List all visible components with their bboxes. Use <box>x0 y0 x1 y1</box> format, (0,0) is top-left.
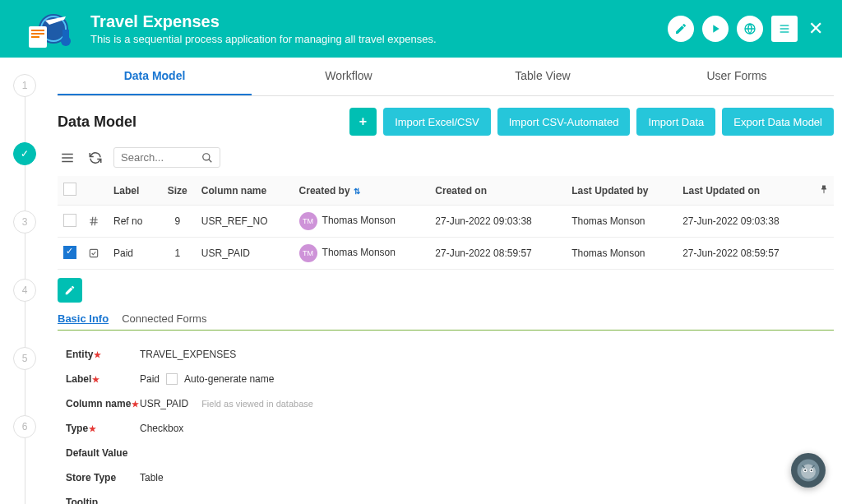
svg-rect-11 <box>62 153 73 155</box>
entity-value: TRAVEL_EXPENSES <box>140 349 236 360</box>
label-label: Label <box>66 373 91 385</box>
app-title: Travel Expenses <box>90 12 437 31</box>
svg-point-20 <box>804 469 806 471</box>
sub-tab-basic-info[interactable]: Basic Info <box>58 307 109 330</box>
sort-icon: ⇅ <box>354 187 360 196</box>
tab-workflow[interactable]: Workflow <box>252 58 446 95</box>
section-title: Data Model <box>58 113 136 131</box>
app-header: Travel Expenses This is a sequential pro… <box>0 0 842 58</box>
row-column-name: USR_REF_NO <box>197 206 294 238</box>
step-4[interactable]: 4 <box>13 279 36 302</box>
step-3[interactable]: 3 <box>13 210 36 234</box>
svg-rect-9 <box>780 28 789 29</box>
import-csv-auto-button[interactable]: Import CSV-Automated <box>497 108 631 136</box>
search-icon <box>201 152 213 164</box>
tab-data-model[interactable]: Data Model <box>58 58 252 95</box>
row-created-by: Thomas Monson <box>322 247 396 258</box>
avatar: TM <box>299 212 317 230</box>
menu-button[interactable] <box>771 16 798 42</box>
store-label: Store Type <box>66 472 140 483</box>
svg-rect-15 <box>90 249 97 257</box>
col-size[interactable]: Size <box>159 176 197 206</box>
main-tabs: Data Model Workflow Table View User Form… <box>58 58 834 96</box>
step-5[interactable]: 5 <box>13 347 36 370</box>
store-value: Table <box>140 472 164 483</box>
add-button[interactable]: + <box>349 108 377 136</box>
col-label[interactable]: Label <box>109 176 159 206</box>
label-value: Paid <box>140 373 160 385</box>
row-updated-by: Thomas Monson <box>567 238 678 270</box>
autogen-label: Auto-generate name <box>184 373 274 385</box>
row-size: 1 <box>159 238 197 270</box>
stepper: 1 ✓ 3 4 5 6 <box>0 58 49 504</box>
svg-rect-10 <box>780 31 789 32</box>
row-created-on: 27-Jun-2022 09:03:38 <box>430 206 567 238</box>
globe-button[interactable] <box>737 16 763 42</box>
col-created-by[interactable]: Created by⇅ <box>294 176 431 206</box>
row-label: Ref no <box>109 206 159 238</box>
row-created-on: 27-Jun-2022 08:59:57 <box>430 238 567 270</box>
entity-label: Entity <box>66 349 93 360</box>
close-button[interactable]: ✕ <box>806 19 826 39</box>
app-logo-icon <box>16 8 74 49</box>
pin-column-icon[interactable] <box>814 176 834 206</box>
row-checkbox[interactable] <box>63 246 76 259</box>
tab-table-view[interactable]: Table View <box>446 58 640 95</box>
row-updated-by: Thomas Monson <box>567 206 678 238</box>
svg-rect-6 <box>62 30 69 38</box>
assistant-fab[interactable] <box>791 453 826 488</box>
row-updated-on: 27-Jun-2022 09:03:38 <box>678 206 814 238</box>
col-column-name[interactable]: Column name <box>197 176 294 206</box>
detail-form: Entity★ TRAVEL_EXPENSES Label★ Paid Auto… <box>58 331 834 504</box>
col-created-on[interactable]: Created on <box>430 176 567 206</box>
refresh-icon[interactable] <box>86 148 105 168</box>
row-created-by: Thomas Monson <box>322 215 396 226</box>
svg-point-14 <box>203 153 210 160</box>
column-label: Column name <box>66 398 131 409</box>
column-hint: Field as viewed in database <box>201 399 313 409</box>
col-updated-by[interactable]: Last Updated by <box>567 176 678 206</box>
play-button[interactable] <box>702 16 729 42</box>
svg-rect-3 <box>31 33 44 35</box>
svg-rect-2 <box>31 30 44 31</box>
tab-user-forms[interactable]: User Forms <box>640 58 834 95</box>
row-column-name: USR_PAID <box>197 238 294 270</box>
svg-rect-12 <box>62 157 73 159</box>
table-row[interactable]: Paid1USR_PAIDTMThomas Monson27-Jun-2022 … <box>58 238 834 270</box>
type-value: Checkbox <box>140 423 183 434</box>
list-icon[interactable] <box>58 148 77 168</box>
row-type-icon <box>87 247 100 260</box>
type-label: Type <box>66 423 88 434</box>
search-input[interactable] <box>121 151 201 164</box>
edit-row-button[interactable] <box>58 278 82 303</box>
default-label: Default Value <box>66 447 140 459</box>
row-checkbox[interactable] <box>63 214 76 227</box>
svg-point-21 <box>811 469 812 471</box>
search-box[interactable] <box>113 147 220 168</box>
column-value: USR_PAID <box>140 398 188 409</box>
app-subtitle: This is a sequential process application… <box>90 33 437 45</box>
step-2[interactable]: ✓ <box>13 142 36 165</box>
import-data-button[interactable]: Import Data <box>636 108 715 136</box>
table-row[interactable]: Ref no9USR_REF_NOTMThomas Monson27-Jun-2… <box>58 206 834 238</box>
tooltip-label: Tooltip <box>66 497 140 504</box>
select-all-checkbox[interactable] <box>63 183 76 196</box>
step-1[interactable]: 1 <box>13 74 36 97</box>
row-label: Paid <box>109 238 159 270</box>
data-table: Label Size Column name Created by⇅ Creat… <box>58 176 834 270</box>
import-excel-button[interactable]: Import Excel/CSV <box>383 108 491 136</box>
sub-tab-connected-forms[interactable]: Connected Forms <box>122 307 206 330</box>
avatar: TM <box>299 244 317 262</box>
row-updated-on: 27-Jun-2022 08:59:57 <box>678 238 814 270</box>
svg-rect-13 <box>62 160 73 162</box>
col-updated-on[interactable]: Last Updated on <box>678 176 814 206</box>
svg-rect-4 <box>31 36 39 38</box>
edit-header-button[interactable] <box>668 16 694 42</box>
autogen-checkbox[interactable] <box>166 373 178 385</box>
export-model-button[interactable]: Export Data Model <box>722 108 834 136</box>
detail-tabs: Basic Info Connected Forms <box>58 307 834 331</box>
step-6[interactable]: 6 <box>13 415 36 438</box>
svg-rect-8 <box>780 25 789 25</box>
row-size: 9 <box>159 206 197 238</box>
row-type-icon <box>87 215 100 228</box>
